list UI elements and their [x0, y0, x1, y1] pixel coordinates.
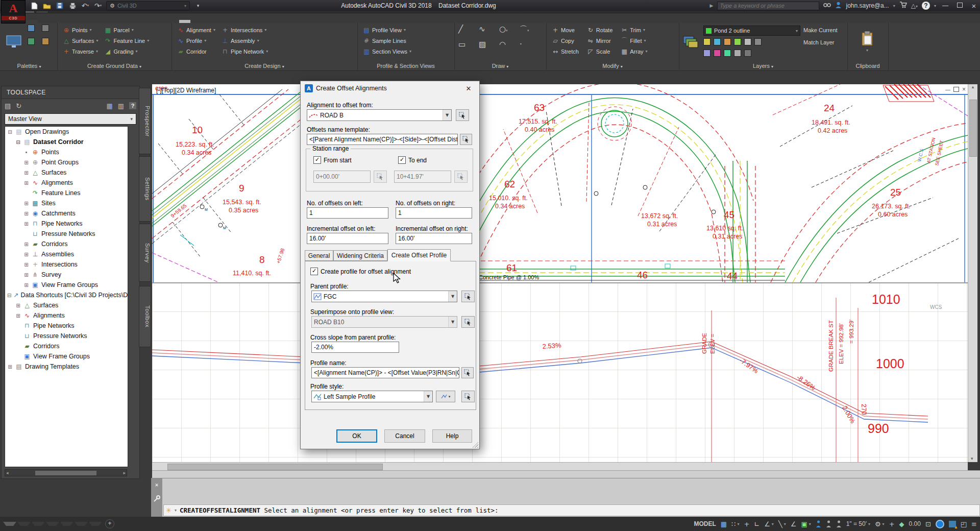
drawing-restore-icon[interactable]: [953, 87, 959, 92]
tree-item[interactable]: ⊟ ↗ Data Shortcuts [C:\Civil 3D Projects…: [5, 290, 128, 300]
offsets-right-count-field[interactable]: 1: [396, 207, 472, 219]
ribbon-button[interactable]: ▥ Section Views ▾: [361, 46, 413, 57]
tool-palettes-icon[interactable]: [42, 25, 49, 32]
layer-lock-icon[interactable]: [734, 38, 741, 45]
tree-expander-icon[interactable]: ⊞: [23, 221, 29, 227]
tree-expander-icon[interactable]: ⊞: [23, 252, 29, 257]
offsets-name-template-field[interactable]: <[Parent Alignment Name(CP)]>-<[Side]>-<…: [307, 134, 458, 145]
line-tool-icon[interactable]: ╱: [458, 25, 476, 40]
tree-expander-icon[interactable]: ⊞: [23, 272, 29, 278]
cancel-button[interactable]: Cancel: [384, 429, 425, 443]
ribbon-button[interactable]: ✂ Trim ▾: [619, 25, 649, 35]
ribbon-button[interactable]: ⊥ Assembly ▾: [220, 35, 270, 46]
drawing-minimize-icon[interactable]: —: [945, 87, 950, 92]
data-shortcuts-icon[interactable]: ▦: [106, 102, 112, 110]
parent-profile-combo[interactable]: FGC ▼: [311, 291, 457, 302]
survey-palette-icon[interactable]: [28, 38, 35, 45]
tree-expander-icon[interactable]: ⊞: [23, 160, 29, 165]
tree-item[interactable]: ⊞ △ Surfaces: [5, 167, 128, 178]
dynamic-input-icon[interactable]: +: [744, 520, 749, 528]
customization-icon[interactable]: ≡: [971, 520, 977, 528]
annotation-scale-value[interactable]: 1" = 50': [846, 520, 867, 527]
layer-isolate-icon[interactable]: [714, 38, 721, 45]
tree-item[interactable]: ⊞ ⊓ Pipe Networks: [5, 219, 128, 229]
ribbon-button[interactable]: ▤ Profile View ▾: [361, 25, 413, 35]
elevation-value[interactable]: 0.00: [909, 520, 921, 527]
tree-item[interactable]: ⊓ Pipe Networks: [5, 321, 128, 331]
grid-display-icon[interactable]: ▦: [721, 520, 727, 528]
clean-screen-icon[interactable]: ◰: [961, 520, 967, 528]
tab-settings[interactable]: Settings: [139, 156, 151, 222]
command-prompt[interactable]: ✳ ▾ CREATEOFFSETALIGNMENT Select an alig…: [163, 504, 980, 516]
layer-walk-icon[interactable]: [754, 38, 762, 45]
new-file-icon[interactable]: [30, 2, 39, 10]
search-input[interactable]: [717, 2, 819, 10]
undo-icon[interactable]: ↶▾: [81, 2, 90, 10]
tree-item[interactable]: ⊔ Pressure Networks: [5, 331, 128, 341]
pick-profile-view-button[interactable]: [461, 316, 475, 328]
search-icon[interactable]: [823, 2, 831, 10]
layout-tab[interactable]: [32, 522, 45, 526]
pick-start-station-button[interactable]: [374, 171, 387, 183]
scrollbar-thumb[interactable]: [35, 471, 96, 475]
command-suggest-icon[interactable]: ✳: [166, 506, 172, 514]
tree-expander-icon[interactable]: ⊞: [23, 201, 29, 206]
panel-label[interactable]: Create Ground Data ▾: [57, 63, 172, 69]
tab-general[interactable]: General: [305, 250, 333, 261]
cross-slope-field[interactable]: -2.00%: [311, 342, 399, 353]
tree-item[interactable]: ⊞ ⊕ Point Groups: [5, 157, 128, 167]
ribbon-button[interactable]: ↔ Stretch: [550, 46, 582, 57]
profile-style-combo[interactable]: Left Sample Profile ▼: [311, 391, 433, 402]
layout-tab[interactable]: [89, 522, 102, 526]
annotation-scale-icon[interactable]: [836, 520, 842, 527]
pick-parent-profile-button[interactable]: [461, 291, 475, 302]
plot-icon[interactable]: [68, 2, 77, 10]
layout-tab[interactable]: [60, 522, 74, 526]
toolspace-view-selector[interactable]: Master View ▾: [5, 113, 136, 125]
tree-item[interactable]: ↷ Feature Lines: [5, 188, 128, 198]
vertical-scrollbar[interactable]: ▴ ▾: [968, 84, 977, 462]
style-editor-split-button[interactable]: ▾: [436, 391, 455, 402]
tree-expander-icon[interactable]: ⊟: [7, 129, 13, 135]
edit-profile-name-button[interactable]: [461, 367, 474, 378]
tab-toolbox[interactable]: Toolbox: [139, 286, 151, 347]
ribbon-button[interactable]: ∿ Profile ▾: [176, 35, 217, 46]
isolate-objects-icon[interactable]: ◆: [899, 520, 904, 528]
layout-tab[interactable]: [75, 522, 88, 526]
horizontal-scrollbar[interactable]: [152, 462, 968, 471]
ribbon-button[interactable]: ▦ Array ▾: [619, 46, 649, 57]
to-end-checkbox[interactable]: ✓ To end: [398, 156, 427, 164]
profile-name-field[interactable]: <[Alignment Name(CP)]> - <[Offset Value(…: [311, 367, 459, 378]
ribbon-button[interactable]: ◸ Scale: [585, 46, 616, 57]
close-button[interactable]: ×: [969, 2, 979, 10]
tree-item[interactable]: ⊔ Pressure Networks: [5, 229, 128, 239]
viewport-control-label[interactable]: [-][Top][2D Wireframe]: [156, 87, 216, 94]
tree-expander-icon[interactable]: ⊞: [23, 180, 29, 186]
command-close-icon[interactable]: ✕: [151, 481, 162, 488]
layout-tab[interactable]: [46, 522, 59, 526]
start-station-field[interactable]: 0+00.00': [313, 171, 371, 183]
infocenter-toggle-icon[interactable]: ▶: [710, 3, 714, 8]
tree-expander-icon[interactable]: ⊞: [15, 313, 21, 319]
toolspace-help-icon[interactable]: ?: [129, 102, 136, 109]
a360-icon[interactable]: △▾: [911, 2, 918, 9]
layout-tab[interactable]: [3, 522, 16, 526]
open-file-icon[interactable]: [42, 2, 52, 10]
ribbon-button[interactable]: + Intersections ▾: [220, 25, 270, 35]
ribbon-button[interactable]: ↻ Rotate: [585, 25, 616, 35]
item-view-icon[interactable]: ▥: [118, 102, 124, 110]
ribbon-button[interactable]: ∿ Alignment ▾: [176, 25, 217, 35]
help-icon[interactable]: ?: [922, 2, 930, 10]
isoplane-icon[interactable]: ╲: [778, 520, 782, 528]
restore-button[interactable]: [954, 2, 965, 9]
open-drawing-icon[interactable]: ▤: [5, 102, 11, 110]
tree-expander-icon[interactable]: ⊞: [23, 170, 29, 176]
tree-item[interactable]: ▰ Corridors: [5, 341, 128, 351]
scroll-up-icon[interactable]: ▴: [972, 84, 974, 89]
tree-expander-icon[interactable]: ⊞: [15, 303, 21, 308]
hatch-tool-icon[interactable]: ▨: [479, 40, 496, 55]
dialog-close-icon[interactable]: ✕: [462, 85, 475, 92]
layer-merge-icon[interactable]: [734, 50, 741, 57]
tree-item[interactable]: ⊞ ▤ Drawing Templates: [5, 361, 128, 372]
ok-button[interactable]: OK: [336, 429, 377, 443]
